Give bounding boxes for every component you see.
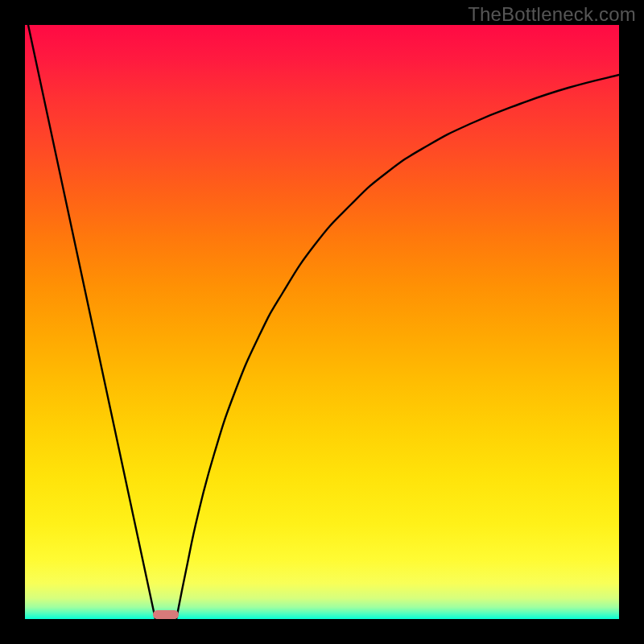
- chart-frame: TheBottleneck.com: [0, 0, 644, 644]
- bottleneck-marker: [153, 610, 179, 619]
- curve-layer: [25, 25, 619, 619]
- plot-area: [25, 25, 619, 619]
- attribution-label: TheBottleneck.com: [468, 3, 636, 26]
- curve-right-segment: [176, 75, 619, 619]
- curve-left-segment: [28, 25, 155, 619]
